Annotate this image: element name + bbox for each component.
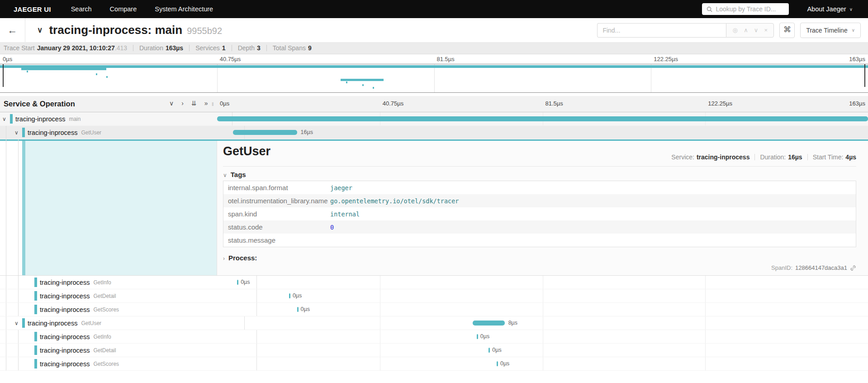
timeline-tick-label: 81.5µs [437, 56, 455, 62]
span-timeline-cell[interactable]: 8µs [217, 316, 868, 330]
gridline [543, 276, 543, 289]
tree-guide-line [6, 276, 6, 289]
minimap-right-handle[interactable] [864, 64, 865, 87]
chevron-down-icon: ∨ [223, 172, 227, 178]
minimap-span-bar [346, 81, 347, 83]
about-jaeger-menu[interactable]: About Jaeger ∨ [807, 5, 853, 13]
nav-link-compare[interactable]: Compare [110, 5, 137, 13]
back-button[interactable]: ← [0, 18, 25, 42]
tree-guide-line [6, 139, 6, 275]
process-section-toggle[interactable]: ›Process: [223, 254, 257, 262]
tag-value: 0 [330, 224, 334, 231]
trace-lookup-input[interactable]: Lookup by Trace ID... [702, 3, 789, 15]
minimap-gridline [217, 64, 218, 92]
find-prev-icon[interactable]: ∧ [744, 27, 748, 34]
span-service-name: tracing-inprocess [40, 347, 90, 354]
span-expand-chevron-icon[interactable]: ∨ [14, 320, 19, 326]
expand-all-icon[interactable]: ⇊ [191, 100, 197, 107]
tree-guide-line [18, 303, 19, 316]
find-next-icon[interactable]: ∨ [754, 27, 759, 34]
span-timeline-cell[interactable]: 0µs [217, 344, 868, 357]
trace-info-item: Total Spans9 [273, 44, 312, 52]
span-duration-bar[interactable] [477, 334, 478, 339]
trace-info-item: Services1 [195, 44, 225, 52]
find-input[interactable] [597, 23, 726, 38]
minimap-span-bar [0, 65, 868, 68]
span-name-cell[interactable]: ∨ tracing-inprocess main [0, 112, 232, 125]
tag-key: otel.instrumentation_library.name [223, 197, 330, 205]
trace-collapse-chevron-icon[interactable]: ∨ [37, 25, 43, 35]
span-operation-name: GetDetail [93, 293, 116, 299]
span-timeline-cell[interactable]: 0µs [217, 357, 868, 370]
gridline [543, 303, 543, 316]
span-color-strip [34, 291, 37, 301]
collapse-all-icon[interactable]: » [204, 100, 208, 107]
tag-row: status.code0 [223, 220, 856, 234]
info-separator [266, 45, 267, 51]
trace-info-bar: Trace StartJanuary 29 2021, 10:10:27.413… [0, 42, 868, 54]
timeline-tick-label: 0µs [3, 56, 12, 62]
span-timeline-cell[interactable]: 16µs [217, 126, 868, 139]
span-name-cell[interactable]: ∨ tracing-inprocess GetUser [0, 126, 245, 139]
chevron-right-icon: › [223, 255, 225, 262]
span-service-name: tracing-inprocess [28, 320, 77, 327]
column-resizer-handle[interactable]: ‖ [212, 101, 214, 107]
span-operation-name: GetInfo [93, 334, 111, 340]
gridline [705, 289, 706, 302]
detail-name-column-highlight [22, 141, 217, 275]
span-duration-bar[interactable] [489, 348, 490, 353]
tree-guide-line [18, 344, 19, 357]
app-brand[interactable]: JAEGER UI [14, 5, 51, 13]
span-duration-bar[interactable] [297, 307, 299, 312]
top-nav: JAEGER UI Search Compare System Architec… [0, 0, 868, 18]
span-duration-bar[interactable] [289, 293, 290, 298]
tag-key: internal.span.format [223, 184, 330, 192]
collapse-one-level-icon[interactable]: › [181, 100, 184, 107]
span-duration-bar[interactable] [497, 361, 498, 366]
span-operation-name: GetUser [81, 320, 101, 326]
span-color-strip [34, 345, 37, 355]
tag-key: span.kind [223, 210, 330, 218]
expand-one-level-icon[interactable]: ∨ [169, 100, 174, 107]
timeline-tick-label: 122.25µs [654, 56, 678, 62]
minimap-tick-labels: 0µs40.75µs81.5µs122.25µs163µs [0, 54, 868, 64]
detail-meta-item: Duration:16µs [760, 153, 802, 161]
span-duration-bar[interactable] [473, 321, 505, 326]
span-timeline-cell[interactable]: 0µs [217, 303, 868, 316]
span-duration-bar[interactable] [217, 116, 868, 121]
span-duration-label: 0µs [241, 279, 250, 285]
span-duration-bar[interactable] [237, 280, 238, 285]
gridline [380, 344, 380, 357]
tag-key: status.message [223, 236, 330, 244]
span-timeline-cell[interactable]: 0µs [217, 289, 868, 302]
nav-link-search[interactable]: Search [71, 5, 92, 13]
find-addon: ◎ ∧ ∨ × [726, 23, 774, 38]
minimap-canvas[interactable] [0, 64, 868, 93]
span-duration-bar[interactable] [233, 130, 297, 135]
trace-view-selector[interactable]: Trace Timeline ∨ [800, 23, 861, 38]
span-timeline-cell[interactable] [217, 112, 868, 125]
find-group: ◎ ∧ ∨ × [597, 23, 774, 38]
trace-info-item: Duration163µs [139, 44, 183, 52]
span-timeline-cell[interactable]: 0µs [217, 276, 868, 289]
focus-span-icon[interactable]: ◎ [733, 27, 738, 34]
span-name-cell[interactable]: ∨ tracing-inprocess GetUser [0, 316, 245, 330]
tag-row: span.kindinternal [223, 207, 856, 220]
keyboard-shortcuts-button[interactable]: ⌘ [779, 23, 795, 38]
minimap-span-bar [362, 84, 364, 86]
find-clear-icon[interactable]: × [764, 27, 768, 34]
span-expand-chevron-icon[interactable]: ∨ [14, 129, 19, 135]
spanid-label: SpanID: [771, 264, 792, 271]
span-expand-chevron-icon[interactable]: ∨ [2, 115, 6, 122]
span-duration-label: 0µs [301, 306, 310, 312]
span-timeline-cell[interactable]: 0µs [217, 330, 868, 343]
minimap-left-handle[interactable] [3, 64, 4, 87]
link-icon[interactable] [850, 265, 856, 271]
span-duration-label: 8µs [508, 320, 517, 326]
collapse-controls: ∨ › ⇊ » [169, 100, 208, 107]
tags-section-toggle[interactable]: ∨Tags [223, 171, 246, 178]
span-color-strip [34, 278, 37, 287]
nav-link-system-architecture[interactable]: System Architecture [155, 5, 213, 13]
chevron-down-icon: ∨ [852, 28, 855, 33]
span-service-name: tracing-inprocess [40, 333, 90, 340]
